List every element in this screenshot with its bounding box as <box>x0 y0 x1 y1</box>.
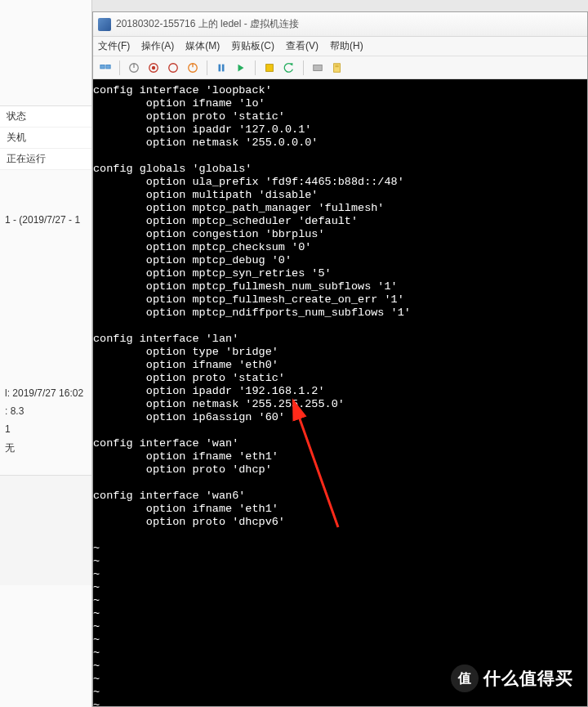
svg-rect-16 <box>335 65 338 65</box>
sidebar-info-2: : 8.3 <box>0 402 91 420</box>
title-bar[interactable]: 20180302-155716 上的 ledel - 虚拟机连接 <box>93 12 587 37</box>
svg-rect-17 <box>335 66 338 67</box>
svg-point-5 <box>152 65 155 69</box>
svg-marker-11 <box>238 64 244 71</box>
menu-bar: 文件(F) 操作(A) 媒体(M) 剪贴板(C) 查看(V) 帮助(H) <box>93 37 587 56</box>
toolbar <box>93 56 587 79</box>
svg-rect-1 <box>106 65 110 68</box>
svg-rect-14 <box>314 65 323 70</box>
menu-file[interactable]: 文件(F) <box>98 39 130 53</box>
sidebar-item-running[interactable]: 正在运行 <box>0 149 91 170</box>
turnoff-button[interactable] <box>146 60 161 75</box>
vm-icon <box>98 18 111 31</box>
watermark-badge: 值 <box>451 664 479 692</box>
sidebar-item-status[interactable]: 状态 <box>0 106 91 128</box>
shutdown-button[interactable] <box>166 60 180 75</box>
menu-view[interactable]: 查看(V) <box>286 39 318 53</box>
start-button[interactable] <box>127 60 141 75</box>
sidebar-footer <box>0 475 91 585</box>
svg-rect-10 <box>222 64 225 71</box>
menu-clipboard[interactable]: 剪贴板(C) <box>231 39 274 53</box>
save-button[interactable] <box>185 60 200 75</box>
reset-button[interactable] <box>234 60 248 75</box>
svg-rect-0 <box>100 65 105 68</box>
sidebar-info-3: 1 <box>0 420 91 438</box>
watermark-text: 什么值得买 <box>483 667 573 690</box>
sidebar-dateline: 1 - (2019/7/27 - 1 <box>0 211 91 229</box>
terminal[interactable]: config interface 'loopback' option ifnam… <box>93 79 587 706</box>
vm-window: 20180302-155716 上的 ledel - 虚拟机连接 文件(F) 操… <box>92 11 588 707</box>
pause-button[interactable] <box>214 60 229 75</box>
svg-rect-15 <box>334 63 341 72</box>
enhanced-session-button[interactable] <box>310 60 325 75</box>
menu-action[interactable]: 操作(A) <box>141 39 174 53</box>
svg-rect-12 <box>266 64 274 71</box>
svg-rect-9 <box>219 64 221 71</box>
terminal-content: config interface 'loopback' option ifnam… <box>93 84 587 706</box>
share-button[interactable] <box>330 60 345 75</box>
svg-point-6 <box>169 63 178 72</box>
sidebar-spacer <box>0 0 91 106</box>
host-sidebar: 状态 关机 正在运行 1 - (2019/7/27 - 1 l: 2019/7/… <box>0 0 92 707</box>
checkpoint-button[interactable] <box>262 60 277 75</box>
window-title: 20180302-155716 上的 ledel - 虚拟机连接 <box>116 17 299 31</box>
ctrl-alt-del-button[interactable] <box>98 60 113 75</box>
revert-button[interactable] <box>282 60 296 75</box>
sidebar-item-shutdown[interactable]: 关机 <box>0 128 91 149</box>
menu-help[interactable]: 帮助(H) <box>330 39 363 53</box>
menu-media[interactable]: 媒体(M) <box>185 39 220 53</box>
watermark: 值 什么值得买 <box>451 664 573 692</box>
sidebar-info-4: 无 <box>0 438 91 459</box>
sidebar-info-1: l: 2019/7/27 16:02 <box>0 384 91 402</box>
sidebar-list: 状态 关机 正在运行 <box>0 106 91 170</box>
